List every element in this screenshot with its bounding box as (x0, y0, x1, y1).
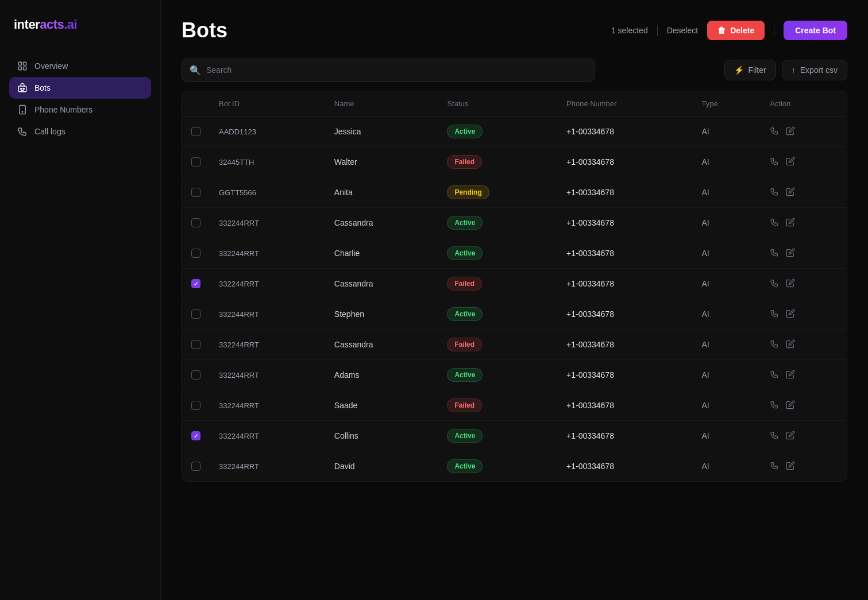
action-cell (770, 309, 838, 319)
row-name: Stephen (325, 299, 438, 330)
bots-table-container: Bot ID Name Status Phone Number Type Act… (182, 91, 847, 482)
row-action (761, 147, 847, 177)
status-badge: Active (447, 429, 483, 443)
row-action (761, 269, 847, 299)
row-checkbox[interactable] (191, 370, 200, 380)
row-type: AI (693, 238, 761, 269)
toolbar-right: ⚡ Filter ↑ Export csv (724, 60, 847, 80)
sidebar-item-call-logs[interactable]: Call logs (9, 121, 151, 142)
call-icon[interactable] (770, 157, 779, 167)
row-type: AI (693, 117, 761, 147)
export-label: Export csv (800, 65, 838, 75)
row-action (761, 238, 847, 269)
row-action (761, 360, 847, 390)
row-bot-id: AADD1123 (210, 117, 325, 147)
call-icon[interactable] (770, 461, 779, 471)
filter-label: Filter (749, 65, 766, 75)
edit-icon[interactable] (786, 157, 795, 167)
row-status: Active (438, 451, 557, 482)
row-checkbox[interactable] (191, 218, 200, 227)
edit-icon[interactable] (786, 370, 795, 380)
row-checkbox[interactable] (191, 309, 200, 319)
delete-label: Delete (730, 26, 754, 35)
row-type: AI (693, 147, 761, 177)
export-button[interactable]: ↑ Export csv (782, 60, 847, 80)
row-name: Cassandra (325, 330, 438, 360)
call-icon[interactable] (770, 218, 779, 228)
edit-icon[interactable] (786, 278, 795, 289)
export-icon: ↑ (792, 65, 796, 75)
table-row: 332244RRT Saade Failed +1-00334678 AI (182, 390, 847, 421)
row-status: Active (438, 299, 557, 330)
row-phone: +1-00334678 (557, 269, 692, 299)
row-name: David (325, 451, 438, 482)
row-checkbox[interactable] (191, 431, 200, 440)
call-icon[interactable] (770, 400, 779, 411)
header-divider-2 (774, 25, 774, 36)
row-checkbox[interactable] (191, 188, 200, 197)
sidebar-item-phone-numbers[interactable]: Phone Numbers (9, 99, 151, 121)
status-badge: Active (447, 307, 483, 321)
deselect-button[interactable]: Deselect (667, 26, 698, 35)
table-row: GGTT5566 Anita Pending +1-00334678 AI (182, 177, 847, 208)
edit-icon[interactable] (786, 126, 795, 137)
row-bot-id: 332244RRT (210, 208, 325, 238)
call-icon[interactable] (770, 278, 779, 289)
edit-icon[interactable] (786, 461, 795, 471)
sidebar-item-overview[interactable]: Overview (9, 55, 151, 77)
row-phone: +1-00334678 (557, 360, 692, 390)
row-status: Failed (438, 269, 557, 299)
row-checkbox[interactable] (191, 279, 200, 288)
row-type: AI (693, 390, 761, 421)
call-icon[interactable] (770, 187, 779, 198)
row-checkbox-cell (182, 117, 210, 147)
page-header: Bots 1 selected Deselect 🗑 Delete Create… (182, 18, 847, 42)
row-checkbox-cell (182, 299, 210, 330)
row-checkbox[interactable] (191, 340, 200, 349)
row-status: Failed (438, 147, 557, 177)
row-checkbox[interactable] (191, 462, 200, 471)
status-badge: Failed (447, 155, 482, 169)
status-badge: Active (447, 216, 483, 230)
search-input[interactable] (182, 59, 595, 82)
row-checkbox[interactable] (191, 249, 200, 258)
sidebar-item-label: Overview (34, 61, 68, 71)
call-icon[interactable] (770, 339, 779, 350)
row-bot-id: 332244RRT (210, 330, 325, 360)
call-icon[interactable] (770, 431, 779, 441)
call-icon[interactable] (770, 370, 779, 380)
call-icon[interactable] (770, 309, 779, 319)
table-row: AADD1123 Jessica Active +1-00334678 AI (182, 117, 847, 147)
row-phone: +1-00334678 (557, 208, 692, 238)
call-icon[interactable] (770, 248, 779, 258)
row-action (761, 117, 847, 147)
delete-button[interactable]: 🗑 Delete (707, 21, 765, 40)
bots-table: Bot ID Name Status Phone Number Type Act… (182, 91, 847, 481)
action-cell (770, 187, 838, 198)
filter-button[interactable]: ⚡ Filter (724, 60, 776, 80)
row-checkbox[interactable] (191, 157, 200, 167)
table-header-status: Status (438, 91, 557, 117)
sidebar-item-bots[interactable]: Bots (9, 77, 151, 99)
edit-icon[interactable] (786, 248, 795, 258)
row-name: Charlie (325, 238, 438, 269)
edit-icon[interactable] (786, 309, 795, 319)
edit-icon[interactable] (786, 187, 795, 198)
table-header-checkbox (182, 91, 210, 117)
edit-icon[interactable] (786, 218, 795, 228)
filter-icon: ⚡ (734, 65, 744, 75)
edit-icon[interactable] (786, 339, 795, 350)
create-bot-button[interactable]: Create Bot (784, 21, 847, 40)
search-icon: 🔍 (190, 65, 201, 76)
call-icon[interactable] (770, 126, 779, 137)
row-status: Active (438, 117, 557, 147)
row-checkbox[interactable] (191, 127, 200, 136)
row-phone: +1-00334678 (557, 238, 692, 269)
sidebar-nav: Overview Bots Phone Numbers Call logs (9, 55, 151, 142)
row-phone: +1-00334678 (557, 390, 692, 421)
edit-icon[interactable] (786, 431, 795, 441)
svg-rect-1 (24, 62, 26, 65)
row-checkbox[interactable] (191, 401, 200, 410)
row-bot-id: 332244RRT (210, 390, 325, 421)
edit-icon[interactable] (786, 400, 795, 411)
